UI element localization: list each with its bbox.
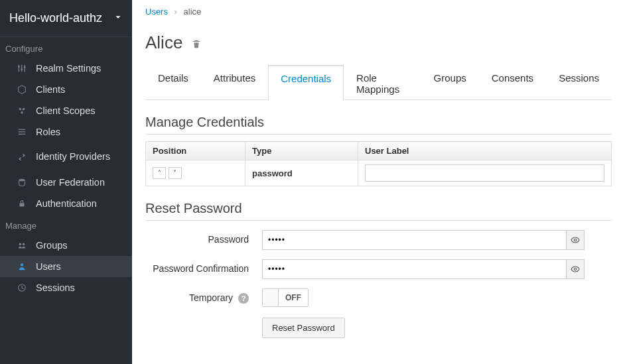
nav-label: User Federation (36, 177, 105, 188)
page-title: Alice (145, 32, 612, 53)
nav-label: Authentication (36, 198, 97, 209)
tab-credentials[interactable]: Credentials (268, 65, 344, 100)
password-row: Password (145, 230, 612, 250)
tab-details[interactable]: Details (145, 65, 201, 100)
col-position: Position (146, 142, 245, 160)
clock-icon (17, 283, 33, 292)
svg-rect-1 (21, 65, 22, 72)
nav-realm-settings[interactable]: Realm Settings (0, 58, 132, 79)
tab-role-mappings[interactable]: Role Mappings (344, 65, 421, 100)
table-header-row: Position Type User Label (146, 142, 612, 160)
svg-point-14 (19, 243, 22, 245)
main-content: Users › alice Alice Details Attributes C… (132, 0, 625, 364)
move-up-button[interactable]: ˄ (153, 167, 166, 179)
svg-point-18 (574, 239, 577, 241)
sidebar-section-manage: Manage (0, 214, 132, 235)
temporary-label-text: Temporary (189, 292, 233, 303)
toggle-knob (263, 289, 279, 306)
eye-icon (571, 235, 580, 245)
user-label-input[interactable] (365, 164, 604, 182)
nav-label: Realm Settings (36, 63, 101, 74)
svg-point-15 (23, 243, 25, 245)
temporary-row: Temporary ? OFF (145, 288, 612, 308)
password-label: Password (145, 230, 262, 245)
password-input[interactable] (262, 230, 566, 250)
chevron-down-icon (113, 11, 123, 25)
tab-sessions[interactable]: Sessions (546, 65, 612, 100)
svg-point-5 (24, 66, 26, 68)
toggle-state: OFF (279, 289, 308, 306)
svg-point-16 (21, 263, 23, 266)
toggle-confirm-visibility-button[interactable] (566, 259, 585, 279)
nav-label: Clients (36, 84, 65, 95)
svg-point-19 (574, 268, 577, 271)
nav-label: Roles (36, 127, 60, 137)
sliders-icon (17, 64, 33, 73)
reset-password-heading: Reset Password (145, 201, 612, 221)
nav-roles[interactable]: Roles (0, 121, 132, 143)
database-icon (17, 178, 33, 187)
user-label-cell (358, 160, 612, 186)
nav-identity-providers[interactable]: Identity Providers (0, 143, 132, 172)
nav-users[interactable]: Users (0, 256, 132, 277)
move-down-button[interactable]: ˅ (169, 167, 182, 179)
manage-credentials-heading: Manage Credentials (145, 115, 612, 135)
reset-button-row: Reset Password (145, 318, 612, 338)
eye-icon (571, 265, 580, 274)
reset-password-button[interactable]: Reset Password (262, 318, 345, 338)
sidebar: Hello-world-authz Configure Realm Settin… (0, 0, 132, 364)
position-cell: ˄ ˅ (146, 160, 245, 186)
sidebar-section-configure: Configure (0, 37, 132, 58)
tab-consents[interactable]: Consents (479, 65, 546, 100)
tab-attributes[interactable]: Attributes (201, 65, 268, 100)
nav-sessions[interactable]: Sessions (0, 277, 132, 298)
nav-label: Users (36, 261, 61, 272)
chevron-right-icon: › (174, 7, 177, 17)
svg-point-6 (19, 108, 22, 111)
svg-rect-2 (25, 65, 25, 72)
svg-rect-10 (19, 131, 26, 132)
breadcrumb-current: alice (184, 7, 202, 17)
breadcrumb-users-link[interactable]: Users (145, 7, 168, 17)
nav-groups[interactable]: Groups (0, 235, 132, 256)
nav-user-federation[interactable]: User Federation (0, 172, 132, 193)
password-confirm-input[interactable] (262, 259, 566, 279)
breadcrumb: Users › alice (145, 0, 612, 21)
lock-icon (17, 199, 33, 208)
nav-clients[interactable]: Clients (0, 79, 132, 100)
nav-label: Groups (36, 240, 68, 251)
type-value: password (252, 168, 293, 178)
realm-selector[interactable]: Hello-world-authz (0, 0, 132, 37)
user-icon (17, 262, 33, 271)
svg-point-7 (23, 108, 25, 111)
tab-groups[interactable]: Groups (421, 65, 479, 100)
scopes-icon (17, 106, 33, 115)
nav-client-scopes[interactable]: Client Scopes (0, 100, 132, 121)
toggle-password-visibility-button[interactable] (566, 230, 585, 250)
exchange-icon (17, 152, 33, 162)
nav-authentication[interactable]: Authentication (0, 193, 132, 214)
svg-point-4 (21, 68, 23, 70)
password-confirm-row: Password Confirmation (145, 259, 612, 279)
svg-rect-9 (19, 129, 26, 130)
credentials-table: Position Type User Label ˄ ˅ password (145, 141, 612, 186)
help-icon[interactable]: ? (238, 293, 249, 304)
cube-icon (17, 85, 33, 94)
realm-name: Hello-world-authz (9, 11, 102, 25)
svg-rect-11 (19, 134, 26, 135)
delete-user-button[interactable] (192, 32, 201, 53)
title-text: Alice (145, 32, 182, 53)
svg-point-8 (21, 111, 23, 114)
svg-point-12 (19, 178, 25, 181)
password-confirm-label: Password Confirmation (145, 259, 262, 274)
col-type: Type (245, 142, 358, 160)
nav-label: Identity Providers (36, 148, 127, 166)
nav-label: Sessions (36, 282, 75, 293)
svg-point-3 (18, 66, 20, 68)
type-cell: password (245, 160, 358, 186)
temporary-toggle[interactable]: OFF (262, 288, 309, 307)
tabs: Details Attributes Credentials Role Mapp… (145, 65, 612, 100)
temporary-label: Temporary ? (145, 288, 262, 304)
nav-label: Client Scopes (36, 105, 95, 116)
group-icon (17, 241, 33, 250)
